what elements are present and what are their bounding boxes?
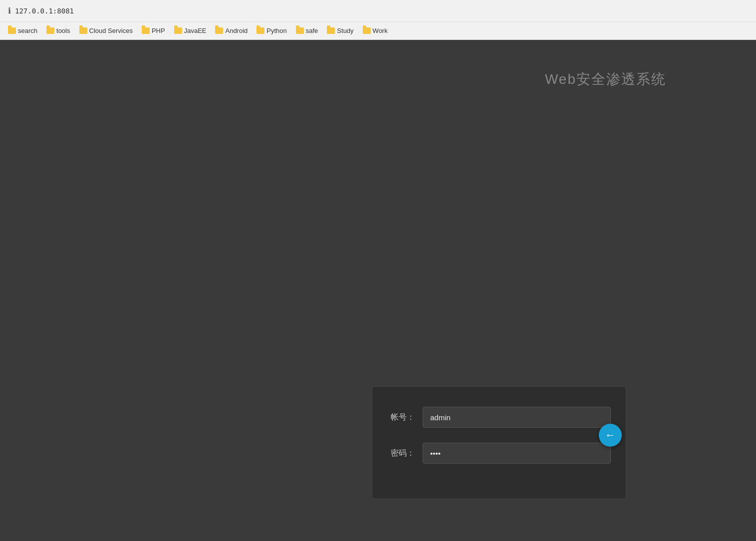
folder-icon bbox=[8, 27, 16, 34]
arrow-icon: ← bbox=[605, 429, 616, 442]
page-title: Web安全渗透系统 bbox=[545, 70, 666, 89]
bookmark-item-tools[interactable]: tools bbox=[42, 25, 74, 36]
folder-icon bbox=[142, 27, 150, 34]
browser-chrome: ℹ 127.0.0.1:8081 searchtoolsCloud Servic… bbox=[0, 0, 756, 40]
bookmark-item-safe[interactable]: safe bbox=[292, 25, 322, 36]
bookmark-item-cloud-services[interactable]: Cloud Services bbox=[75, 25, 137, 36]
bookmark-item-study[interactable]: Study bbox=[323, 25, 357, 36]
submit-button[interactable]: ← bbox=[599, 424, 622, 447]
bookmark-label: safe bbox=[306, 27, 318, 34]
info-icon: ℹ bbox=[8, 6, 11, 15]
folder-icon bbox=[79, 27, 87, 34]
bookmark-item-search[interactable]: search bbox=[4, 25, 41, 36]
bookmark-label: PHP bbox=[152, 27, 165, 34]
login-form: 帐号： 密码： ← bbox=[387, 407, 611, 464]
bookmark-label: JavaEE bbox=[184, 27, 207, 34]
bookmark-item-javaee[interactable]: JavaEE bbox=[170, 25, 211, 36]
login-container: 帐号： 密码： ← bbox=[372, 386, 626, 499]
address-bar: ℹ 127.0.0.1:8081 bbox=[0, 0, 756, 22]
bookmark-item-python[interactable]: Python bbox=[252, 25, 290, 36]
bookmark-item-android[interactable]: Android bbox=[211, 25, 252, 36]
password-input[interactable] bbox=[423, 443, 611, 464]
folder-icon bbox=[363, 27, 371, 34]
username-input[interactable] bbox=[423, 407, 611, 428]
bookmarks-bar: searchtoolsCloud ServicesPHPJavaEEAndroi… bbox=[0, 22, 756, 40]
bookmark-label: Study bbox=[337, 27, 353, 34]
bookmark-label: Work bbox=[373, 27, 388, 34]
folder-icon bbox=[296, 27, 304, 34]
password-label: 密码： bbox=[387, 448, 415, 459]
username-row: 帐号： bbox=[387, 407, 611, 428]
url-display[interactable]: 127.0.0.1:8081 bbox=[15, 7, 74, 15]
bookmark-label: tools bbox=[56, 27, 70, 34]
username-label: 帐号： bbox=[387, 412, 415, 423]
folder-icon bbox=[46, 27, 54, 34]
folder-icon bbox=[215, 27, 223, 34]
password-row: 密码： bbox=[387, 443, 611, 464]
bookmark-label: Python bbox=[266, 27, 286, 34]
folder-icon bbox=[327, 27, 335, 34]
bookmark-item-php[interactable]: PHP bbox=[138, 25, 169, 36]
bookmark-label: search bbox=[18, 27, 37, 34]
folder-icon bbox=[256, 27, 264, 34]
bookmark-label: Android bbox=[225, 27, 248, 34]
folder-icon bbox=[174, 27, 182, 34]
bookmark-label: Cloud Services bbox=[89, 27, 133, 34]
main-content: Web安全渗透系统 帐号： 密码： ← bbox=[0, 40, 756, 539]
bookmark-item-work[interactable]: Work bbox=[359, 25, 392, 36]
